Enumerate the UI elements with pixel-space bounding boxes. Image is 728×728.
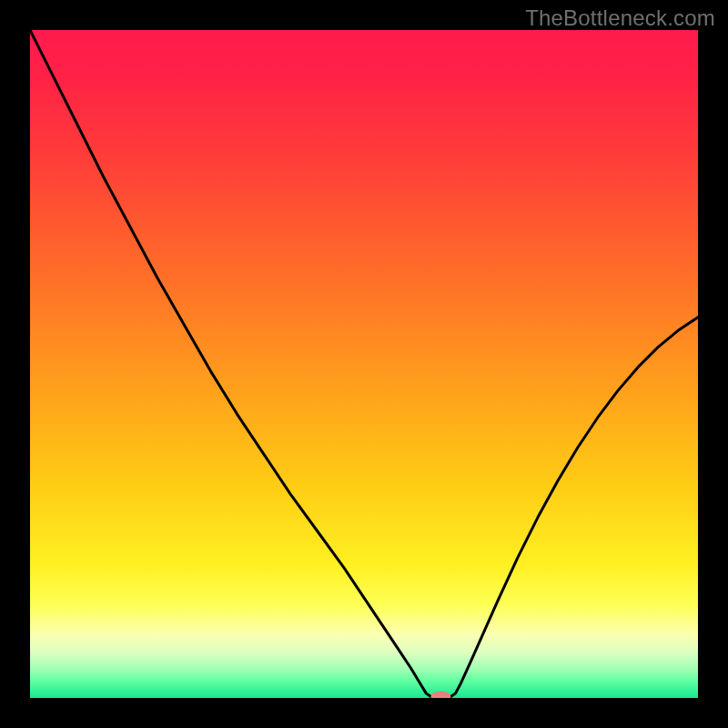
chart-frame: TheBottleneck.com <box>0 0 728 728</box>
optimal-point-marker <box>430 692 450 703</box>
bottleneck-chart <box>0 0 728 728</box>
watermark-text: TheBottleneck.com <box>525 5 715 31</box>
